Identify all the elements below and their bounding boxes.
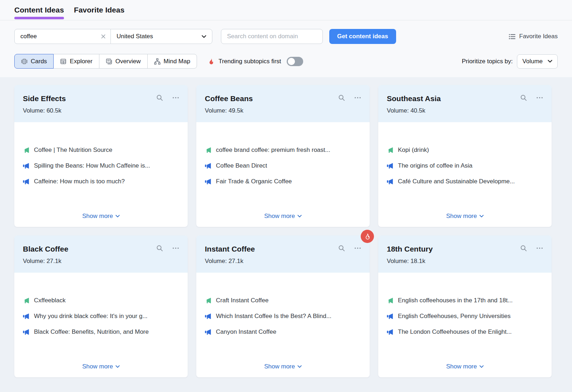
view-button-cards[interactable]: Cards bbox=[14, 54, 54, 69]
idea-text: The origins of coffee in Asia bbox=[398, 162, 473, 169]
idea-link[interactable]: Coffee Bean Direct bbox=[205, 158, 361, 174]
more-menu-icon[interactable] bbox=[536, 245, 543, 252]
view-button-overview[interactable]: Overview bbox=[99, 54, 148, 69]
top-zone: Content Ideas Favorite Ideas United Stat… bbox=[0, 0, 572, 77]
search-icon[interactable] bbox=[156, 94, 163, 101]
card-body: Coffee | The Nutrition Source Spilling t… bbox=[14, 122, 188, 227]
more-menu-icon[interactable] bbox=[172, 94, 179, 101]
card-body: Cxffeeblack Why you drink black coffee: … bbox=[14, 273, 188, 377]
list-icon bbox=[509, 33, 516, 40]
keyword-input[interactable] bbox=[20, 33, 100, 40]
show-more-link[interactable]: Show more bbox=[446, 363, 484, 372]
card-header: Side Effects Volume: 60.5k bbox=[14, 85, 188, 122]
idea-link[interactable]: The London Coffeehouses of the Enlight..… bbox=[387, 324, 543, 340]
show-more-link[interactable]: Show more bbox=[446, 213, 484, 222]
tab-favorite-ideas[interactable]: Favorite Ideas bbox=[74, 0, 124, 20]
idea-link[interactable]: coffee brand coffee: premium fresh roast… bbox=[205, 142, 361, 158]
prioritize-select[interactable]: Volume bbox=[517, 54, 558, 69]
idea-text: coffee brand coffee: premium fresh roast… bbox=[216, 147, 330, 154]
idea-link[interactable]: English Coffeehouses, Penny Universities bbox=[387, 308, 543, 324]
more-menu-icon[interactable] bbox=[536, 94, 543, 101]
more-menu-icon[interactable] bbox=[172, 245, 179, 252]
chevron-down-icon bbox=[115, 365, 120, 368]
chevron-down-icon bbox=[202, 35, 206, 38]
idea-link[interactable]: Craft Instant Coffee bbox=[205, 293, 361, 308]
domain-search-input[interactable] bbox=[221, 29, 323, 44]
megaphone-blue-icon bbox=[23, 329, 29, 335]
show-more-link[interactable]: Show more bbox=[82, 363, 120, 372]
idea-text: Caffeine: How much is too much? bbox=[34, 178, 125, 185]
idea-text: Café Culture and Sustainable Developme..… bbox=[398, 178, 515, 185]
country-select[interactable]: United States bbox=[110, 29, 212, 44]
more-menu-icon[interactable] bbox=[354, 94, 361, 101]
idea-link[interactable]: Spilling the Beans: How Much Caffeine is… bbox=[23, 158, 179, 174]
idea-link[interactable]: Kopi (drink) bbox=[387, 142, 543, 158]
trending-toggle[interactable] bbox=[287, 57, 303, 66]
megaphone-green-icon bbox=[387, 297, 393, 304]
prioritize-label: Prioritize topics by: bbox=[462, 58, 513, 65]
search-icon[interactable] bbox=[520, 245, 527, 252]
idea-link[interactable]: Caffeine: How much is too much? bbox=[23, 174, 179, 189]
search-icon[interactable] bbox=[338, 94, 345, 101]
chevron-down-icon bbox=[479, 215, 484, 218]
chevron-down-icon bbox=[479, 365, 484, 368]
trending-label: Trending subtopics first bbox=[218, 58, 281, 65]
cards-icon bbox=[21, 58, 28, 65]
favorite-ideas-link[interactable]: Favorite Ideas bbox=[509, 33, 558, 40]
idea-link[interactable]: English coffeehouses in the 17th and 18t… bbox=[387, 293, 543, 308]
idea-link[interactable]: Café Culture and Sustainable Developme..… bbox=[387, 174, 543, 189]
card-header: Coffee Beans Volume: 49.5k bbox=[196, 85, 370, 122]
view-switcher: Cards Explorer Overview Mind Map bbox=[14, 54, 197, 69]
more-menu-icon[interactable] bbox=[354, 245, 361, 252]
card-title: Southeast Asia bbox=[387, 94, 441, 103]
card-body: Kopi (drink) The origins of coffee in As… bbox=[378, 122, 552, 227]
card-header: Instant Coffee Volume: 27.1k bbox=[196, 235, 370, 273]
get-content-ideas-button[interactable]: Get content ideas bbox=[329, 29, 396, 44]
show-more-link[interactable]: Show more bbox=[264, 213, 302, 222]
tab-bar: Content Ideas Favorite Ideas bbox=[0, 0, 572, 20]
card-title: 18th Century bbox=[387, 245, 433, 253]
topic-card-side-effects: Side Effects Volume: 60.5k Coffee | The … bbox=[14, 85, 188, 227]
megaphone-blue-icon bbox=[387, 178, 393, 185]
idea-link[interactable]: The origins of coffee in Asia bbox=[387, 158, 543, 174]
idea-link[interactable]: Why you drink black coffee: It's in your… bbox=[23, 308, 179, 324]
idea-text: Cxffeeblack bbox=[34, 297, 66, 304]
idea-link[interactable]: Canyon Instant Coffee bbox=[205, 324, 361, 340]
search-icon[interactable] bbox=[156, 245, 163, 252]
card-header: Black Coffee Volume: 27.1k bbox=[14, 235, 188, 273]
card-volume: Volume: 60.5k bbox=[23, 107, 179, 114]
view-button-cards-label: Cards bbox=[31, 58, 47, 65]
clear-keyword-icon[interactable] bbox=[100, 34, 106, 39]
idea-link[interactable]: Cxffeeblack bbox=[23, 293, 179, 308]
card-header: Southeast Asia Volume: 40.5k bbox=[378, 85, 552, 122]
megaphone-blue-icon bbox=[205, 163, 211, 169]
megaphone-blue-icon bbox=[205, 178, 211, 185]
show-more-link[interactable]: Show more bbox=[82, 213, 120, 222]
idea-text: The London Coffeehouses of the Enlight..… bbox=[398, 328, 512, 336]
view-button-explorer-label: Explorer bbox=[70, 58, 92, 65]
country-select-value: United States bbox=[117, 33, 153, 40]
megaphone-blue-icon bbox=[23, 313, 29, 319]
megaphone-green-icon bbox=[23, 147, 29, 153]
megaphone-green-icon bbox=[23, 297, 29, 304]
view-button-explorer[interactable]: Explorer bbox=[53, 54, 99, 69]
tab-content-ideas-label: Content Ideas bbox=[14, 6, 64, 14]
card-volume: Volume: 49.5k bbox=[205, 107, 361, 114]
idea-link[interactable]: Coffee | The Nutrition Source bbox=[23, 142, 179, 158]
idea-text: Coffee Bean Direct bbox=[216, 162, 267, 169]
idea-link[interactable]: Which Instant Coffee Is the Best? A Blin… bbox=[205, 308, 361, 324]
card-body: Craft Instant Coffee Which Instant Coffe… bbox=[196, 273, 370, 377]
search-icon[interactable] bbox=[520, 94, 527, 101]
search-icon[interactable] bbox=[338, 245, 345, 252]
megaphone-green-icon bbox=[387, 147, 393, 153]
idea-link[interactable]: Black Coffee: Benefits, Nutrition, and M… bbox=[23, 324, 179, 340]
card-volume: Volume: 18.1k bbox=[387, 258, 543, 265]
view-button-mindmap[interactable]: Mind Map bbox=[147, 54, 197, 69]
idea-link[interactable]: Fair Trade & Organic Coffee bbox=[205, 174, 361, 189]
tab-content-ideas[interactable]: Content Ideas bbox=[14, 0, 64, 20]
megaphone-blue-icon bbox=[387, 329, 393, 335]
sitemap-icon bbox=[154, 58, 161, 65]
card-volume: Volume: 40.5k bbox=[387, 107, 543, 114]
show-more-link[interactable]: Show more bbox=[264, 363, 302, 372]
megaphone-green-icon bbox=[205, 147, 211, 153]
